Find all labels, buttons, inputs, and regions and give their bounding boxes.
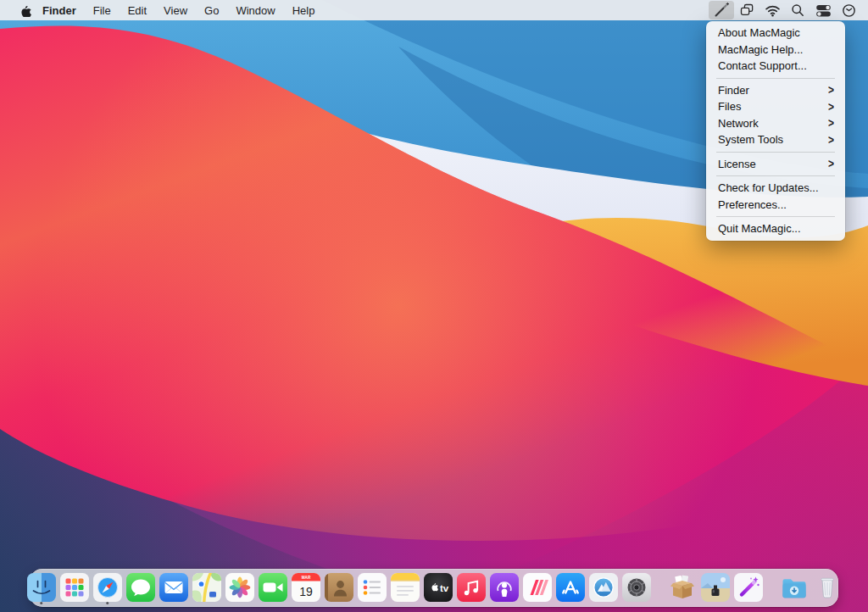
menu-item-system-tools[interactable]: System Tools> — [706, 131, 845, 148]
windows-stack-icon — [738, 2, 756, 19]
menu-separator — [716, 152, 835, 153]
finder-icon — [27, 573, 56, 602]
menubar-help[interactable]: Help — [284, 0, 324, 20]
submenu-chevron-icon: > — [828, 116, 834, 130]
status-wifi[interactable] — [760, 0, 785, 20]
status-clock[interactable] — [836, 0, 861, 20]
dock-item-apple-tv[interactable]: tv — [424, 570, 453, 605]
launchpad-icon — [60, 573, 89, 602]
dock-item-app-store[interactable] — [556, 570, 585, 605]
clock-icon — [840, 2, 858, 19]
safari-icon — [93, 573, 122, 602]
app-store-icon — [556, 573, 585, 602]
control-center-icon — [815, 2, 832, 19]
messages-icon — [126, 573, 155, 602]
wifi-icon — [764, 2, 782, 19]
menubar-view[interactable]: View — [155, 0, 196, 20]
dock-item-trash[interactable] — [813, 570, 842, 605]
dock-item-messages[interactable] — [126, 570, 155, 605]
menubar-window[interactable]: Window — [227, 0, 283, 20]
dock-item-music[interactable] — [457, 570, 486, 605]
dock-item-launchpad[interactable] — [60, 570, 89, 605]
menu-item-help[interactable]: MacMagic Help... — [706, 42, 845, 58]
apple-logo-icon — [19, 3, 32, 17]
menu-separator — [716, 216, 835, 217]
menu-item-preferences[interactable]: Preferences... — [706, 197, 845, 214]
archive-utility-icon — [668, 573, 697, 602]
dock-item-mountain-app[interactable] — [589, 570, 618, 605]
menubar-go[interactable]: Go — [196, 0, 227, 20]
menu-item-check-updates[interactable]: Check for Updates... — [706, 180, 845, 197]
macmagic-wand-icon — [734, 573, 763, 602]
image-tool-icon — [701, 573, 730, 602]
system-preferences-icon — [622, 573, 651, 602]
music-icon — [457, 573, 486, 602]
contacts-icon — [325, 573, 353, 602]
calendar-month: MAR — [301, 576, 310, 580]
menu-item-files[interactable]: Files> — [706, 98, 845, 115]
news-icon — [523, 573, 552, 602]
menu-separator — [716, 175, 835, 176]
dock-item-photos[interactable] — [225, 570, 254, 605]
desktop: Finder File Edit View Go Window Help — [0, 0, 868, 612]
calendar-day: 19 — [299, 585, 313, 598]
menu-item-finder[interactable]: Finder> — [706, 82, 845, 99]
status-windows-stack[interactable] — [734, 0, 760, 20]
podcasts-icon — [490, 573, 519, 602]
dock: MAR 19 — [30, 569, 838, 607]
apple-tv-icon: tv — [424, 573, 453, 602]
maps-icon — [192, 573, 221, 602]
submenu-chevron-icon: > — [828, 100, 834, 114]
mail-icon — [159, 573, 188, 602]
dock-item-maps[interactable] — [192, 570, 221, 605]
dock-item-mail[interactable] — [159, 570, 188, 605]
menu-item-license[interactable]: License> — [706, 156, 845, 173]
dock-item-podcasts[interactable] — [490, 570, 519, 605]
dock-item-contacts[interactable] — [325, 570, 353, 605]
submenu-chevron-icon: > — [828, 157, 834, 170]
dock-item-finder[interactable] — [27, 570, 56, 605]
dock-item-system-preferences[interactable] — [622, 570, 651, 605]
dock-item-archive-utility[interactable] — [668, 570, 697, 605]
facetime-icon — [259, 573, 287, 602]
status-magic-wand[interactable] — [709, 1, 734, 19]
macmagic-dropdown-menu: About MacMagic MacMagic Help... Contact … — [706, 21, 845, 241]
downloads-folder-icon — [780, 573, 809, 602]
dock-item-notes[interactable] — [391, 570, 420, 605]
menubar-edit[interactable]: Edit — [120, 0, 155, 20]
menu-item-about[interactable]: About MacMagic — [706, 25, 845, 42]
running-indicator — [106, 602, 109, 605]
menu-item-network[interactable]: Network> — [706, 115, 845, 132]
status-control-center[interactable] — [810, 0, 836, 20]
submenu-chevron-icon: > — [828, 83, 834, 97]
photos-icon — [225, 573, 254, 602]
status-search[interactable] — [785, 0, 810, 20]
trash-icon — [813, 573, 842, 602]
apple-menu[interactable] — [17, 0, 34, 20]
reminders-icon — [358, 573, 387, 602]
magic-wand-icon — [712, 1, 731, 19]
dock-item-news[interactable] — [523, 570, 552, 605]
menu-item-contact-support[interactable]: Contact Support... — [706, 58, 845, 75]
apple-tv-label: tv — [440, 583, 449, 593]
dock-item-image-tool[interactable] — [701, 570, 730, 605]
menubar-app-menu[interactable]: Finder — [34, 0, 85, 20]
menu-separator — [716, 78, 835, 79]
dock-item-safari[interactable] — [93, 570, 122, 605]
dock-item-downloads-folder[interactable] — [780, 570, 809, 605]
notes-icon — [391, 573, 420, 602]
submenu-chevron-icon: > — [828, 133, 834, 147]
dock-item-macmagic-wand[interactable] — [734, 570, 763, 605]
running-indicator — [40, 602, 43, 605]
menu-bar: Finder File Edit View Go Window Help — [0, 0, 868, 20]
search-icon — [789, 2, 806, 19]
dock-item-facetime[interactable] — [259, 570, 287, 605]
mountain-app-icon — [589, 573, 618, 602]
menu-item-quit[interactable]: Quit MacMagic... — [706, 220, 845, 237]
menubar-file[interactable]: File — [85, 0, 120, 20]
dock-item-calendar[interactable]: MAR 19 — [292, 570, 320, 605]
dock-item-reminders[interactable] — [358, 570, 387, 605]
calendar-icon: MAR 19 — [292, 573, 320, 602]
